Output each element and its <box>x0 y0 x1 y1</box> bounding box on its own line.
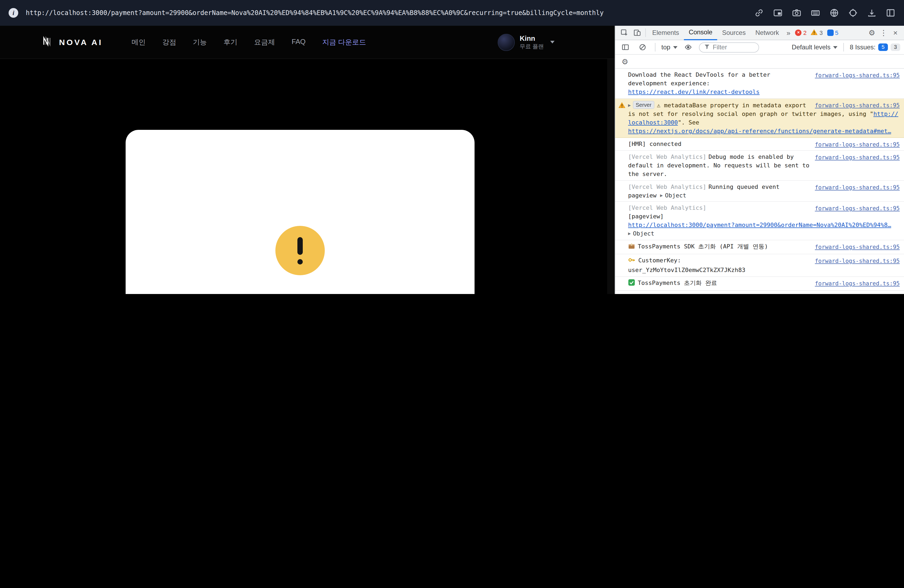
warning-count-badge[interactable]: 3 <box>811 29 823 36</box>
nav-item-main[interactable]: 메인 <box>132 37 146 47</box>
source-link[interactable]: forward-logs-shared.ts:95 <box>815 257 900 265</box>
context-selector[interactable]: top <box>661 43 677 51</box>
nav-item-faq[interactable]: FAQ <box>292 37 306 47</box>
console-settings-gear-icon[interactable]: ⚙ <box>619 57 631 66</box>
warning-triangle-icon <box>618 102 625 111</box>
phone-emoji-icon: ☎ <box>628 293 632 294</box>
nav-item-strengths[interactable]: 강점 <box>163 37 176 47</box>
nav-item-download[interactable]: 지금 다운로드 <box>322 37 366 47</box>
source-link[interactable]: forward-logs-shared.ts:95 <box>815 101 900 109</box>
tab-console[interactable]: Console <box>684 25 717 40</box>
warning-triangle-icon <box>811 29 818 36</box>
error-modal: 일시적인 오류가 발생했습니다. 자동 결제(빌링) 계약이 안 되어 있습니다… <box>126 130 474 294</box>
screen: i http://localhost:3000/payment?amount=2… <box>0 0 904 294</box>
console-message: forward-logs-shared.ts:95 [Vercel Web An… <box>615 151 904 181</box>
console-message: PaymentClient.tsx:76 ☎payment.requestBil… <box>615 291 904 294</box>
user-plan: 무료 플랜 <box>520 43 544 50</box>
react-devtools-link[interactable]: https://react.dev/link/react-devtools <box>628 88 900 96</box>
chevron-down-icon <box>673 46 677 49</box>
globe-icon[interactable] <box>830 8 839 18</box>
url-bar[interactable]: http://localhost:3000/payment?amount=299… <box>26 9 747 17</box>
console-message: forward-logs-shared.ts:95 TossPayments S… <box>615 240 904 254</box>
clear-console-icon[interactable] <box>636 41 649 54</box>
console-message: forward-logs-shared.ts:95 [Vercel Web An… <box>615 202 904 241</box>
source-link[interactable]: forward-logs-shared.ts:95 <box>815 153 900 161</box>
kebab-menu-icon[interactable]: ⋮ <box>878 28 890 37</box>
chevron-down-icon <box>833 46 838 49</box>
keyboard-icon[interactable] <box>811 8 820 18</box>
crosshair-icon[interactable] <box>848 8 858 18</box>
info-count-badge[interactable]: 5 <box>827 30 838 36</box>
download-icon[interactable] <box>867 8 877 18</box>
console-warning-message: forward-logs-shared.ts:95 ▶Server⚠ metad… <box>615 99 904 138</box>
page-pane: NOVA AI 메인 강점 기능 후기 요금제 FAQ 지금 다운로드 Kinn… <box>0 26 615 294</box>
devtools-settings-icon[interactable]: ⚙ <box>866 28 878 37</box>
brand-logo[interactable]: NOVA AI <box>42 35 103 49</box>
console-toolbar: top Default levels 8 Issues: 5 3 <box>615 40 904 55</box>
browser-toolbar-icons <box>754 8 895 18</box>
issues-badge-blue: 5 <box>878 43 888 51</box>
inspect-element-icon[interactable] <box>618 26 631 39</box>
more-tabs-icon[interactable]: » <box>784 29 793 37</box>
issues-counter[interactable]: 8 Issues: 5 3 <box>850 43 900 51</box>
error-count-badge[interactable]: × 2 <box>795 30 806 36</box>
console-message: forward-logs-shared.ts:95 CustomerKey: u… <box>615 254 904 277</box>
avatar <box>498 33 515 51</box>
source-link[interactable]: forward-logs-shared.ts:95 <box>815 205 900 213</box>
source-link[interactable]: PaymentClient.tsx:76 <box>832 293 900 294</box>
source-link[interactable]: forward-logs-shared.ts:95 <box>815 140 900 148</box>
layout-icon[interactable] <box>886 8 895 18</box>
expand-icon[interactable]: ▶ <box>628 230 631 237</box>
camera-icon[interactable] <box>792 8 801 18</box>
console-settings-row: ⚙ <box>615 55 904 69</box>
live-expression-eye-icon[interactable] <box>681 41 694 54</box>
source-link[interactable]: forward-logs-shared.ts:95 <box>815 243 900 251</box>
console-message: forward-logs-shared.ts:95 [Vercel Web An… <box>615 181 904 202</box>
server-badge: Server <box>633 101 654 109</box>
nav-item-reviews[interactable]: 후기 <box>224 37 237 47</box>
page-info-icon[interactable]: i <box>9 8 18 18</box>
page-scrollbar[interactable] <box>607 59 615 294</box>
expand-icon[interactable]: ▶ <box>660 192 663 199</box>
check-emoji-icon <box>628 279 635 288</box>
issues-badge-gray: 3 <box>891 43 900 51</box>
site-header: NOVA AI 메인 강점 기능 후기 요금제 FAQ 지금 다운로드 Kinn… <box>0 26 615 59</box>
console-message: forward-logs-shared.ts:95 Download the R… <box>615 69 904 99</box>
browser-topbar: i http://localhost:3000/payment?amount=2… <box>0 0 904 26</box>
source-link[interactable]: forward-logs-shared.ts:95 <box>815 279 900 288</box>
pageview-url-link[interactable]: http://localhost:3000/payment?amount=299… <box>628 221 900 230</box>
nextjs-docs-link[interactable]: https://nextjs.org/docs/app/api-referenc… <box>628 127 891 136</box>
console-sidebar-icon[interactable] <box>619 41 632 54</box>
nav-item-features[interactable]: 기능 <box>193 37 207 47</box>
user-menu[interactable]: Kinn 무료 플랜 <box>498 33 555 51</box>
filter-input[interactable] <box>713 43 754 51</box>
user-name: Kinn <box>520 35 544 43</box>
source-link[interactable]: forward-logs-shared.ts:95 <box>815 183 900 191</box>
info-bubble-icon <box>827 30 833 36</box>
warning-icon <box>275 226 325 275</box>
expand-icon[interactable]: ▶ <box>628 102 631 109</box>
picture-in-picture-icon[interactable] <box>773 8 783 18</box>
device-toolbar-icon[interactable] <box>631 26 644 39</box>
key-emoji-icon <box>628 257 635 266</box>
tab-network[interactable]: Network <box>751 26 784 39</box>
nav-item-pricing[interactable]: 요금제 <box>254 37 275 47</box>
filter-funnel-icon <box>703 43 710 51</box>
console-message: forward-logs-shared.ts:95 [HMR] connecte… <box>615 138 904 150</box>
devtools-panel: Elements Console Sources Network » × 2 3… <box>615 26 904 294</box>
source-link[interactable]: forward-logs-shared.ts:95 <box>815 71 900 79</box>
log-levels-dropdown[interactable]: Default levels <box>792 43 838 51</box>
nova-logo-icon <box>42 35 54 49</box>
devtools-tabbar: Elements Console Sources Network » × 2 3… <box>615 26 904 40</box>
package-emoji-icon <box>628 243 635 252</box>
link-icon[interactable] <box>754 8 764 18</box>
brand-name: NOVA AI <box>59 38 103 47</box>
main-nav: 메인 강점 기능 후기 요금제 FAQ 지금 다운로드 <box>132 37 366 47</box>
console-log: forward-logs-shared.ts:95 Download the R… <box>615 69 904 294</box>
error-icon: × <box>795 30 802 36</box>
tab-elements[interactable]: Elements <box>647 26 684 39</box>
chevron-down-icon <box>550 41 555 43</box>
filter-box <box>699 42 759 52</box>
close-devtools-icon[interactable]: × <box>890 28 901 37</box>
tab-sources[interactable]: Sources <box>717 26 751 39</box>
